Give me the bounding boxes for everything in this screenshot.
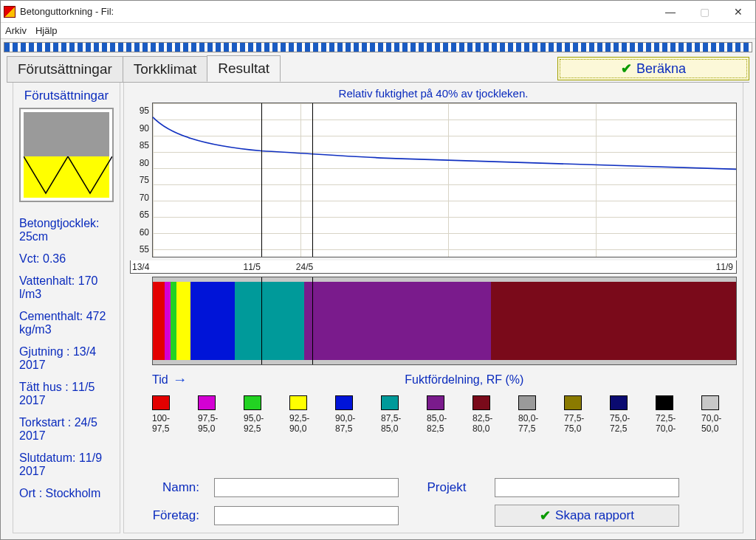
y-axis: 95 90 85 80 75 70 65 60 55 bbox=[130, 103, 152, 257]
sidebar: Förutsättningar Betongtjocklek: 25cm Vct… bbox=[13, 83, 120, 533]
plot-area bbox=[152, 103, 737, 257]
ytick: 75 bbox=[130, 175, 149, 185]
legend-item: 80,0-77,5 bbox=[518, 395, 554, 434]
legend-label: 77,5 bbox=[518, 423, 535, 434]
tab-resultat[interactable]: Resultat bbox=[207, 55, 281, 82]
legend-label: 85,0- bbox=[427, 413, 447, 423]
check-icon: ✔ bbox=[540, 508, 551, 524]
line-chart: 95 90 85 80 75 70 65 60 55 bbox=[130, 103, 737, 257]
legend-label: 72,5- bbox=[656, 413, 676, 423]
fuktfordelning-label: Fuktfördelning, RF (%) bbox=[192, 373, 737, 387]
legend-item: 90,0-87,5 bbox=[335, 395, 371, 434]
minimize-button[interactable]: — bbox=[653, 1, 687, 23]
xtick: 24/5 bbox=[296, 262, 313, 272]
menu-arkiv[interactable]: Arkiv bbox=[5, 25, 27, 36]
val-torkstart: Torkstart : 24/5 2017 bbox=[19, 416, 114, 443]
val-gjutning: Gjutning : 13/4 2017 bbox=[19, 345, 114, 372]
close-button[interactable]: ✕ bbox=[721, 1, 755, 23]
legend-label: 75,0 bbox=[564, 423, 581, 434]
legend-swatch bbox=[472, 395, 490, 410]
projekt-label: Projekt bbox=[413, 480, 480, 495]
tid-row: Tid → Fuktfördelning, RF (%) bbox=[152, 371, 737, 388]
legend-item: 77,5-75,0 bbox=[564, 395, 599, 434]
sidebar-title: Förutsättningar bbox=[19, 89, 114, 103]
foretag-input[interactable] bbox=[214, 506, 399, 525]
main-panel: Relativ fuktighet på 40% av tjockleken. … bbox=[123, 83, 743, 533]
legend-label: 95,0 bbox=[198, 423, 215, 434]
menu-hjalp[interactable]: Hjälp bbox=[35, 25, 58, 36]
ytick: 90 bbox=[130, 123, 149, 134]
legend-label: 77,5- bbox=[564, 413, 584, 423]
preview-thumb bbox=[19, 108, 114, 202]
app-icon bbox=[4, 6, 16, 18]
band-marker-1 bbox=[261, 277, 262, 364]
val-vct: Vct: 0.36 bbox=[19, 252, 114, 266]
legend-swatch bbox=[198, 395, 216, 410]
legend-item: 87,5-85,0 bbox=[381, 395, 416, 434]
tabs: Förutsättningar Torkklimat Resultat bbox=[7, 55, 557, 82]
legend-item: 75,0-72,5 bbox=[610, 395, 645, 434]
tid-label: Tid bbox=[152, 373, 168, 387]
legend-label: 90,0- bbox=[335, 413, 355, 423]
titlebar: Betonguttorkning - Fil: — ▢ ✕ bbox=[1, 1, 755, 23]
tab-forutsattningar[interactable]: Förutsättningar bbox=[7, 56, 123, 82]
berakna-button[interactable]: ✔ Beräkna bbox=[557, 57, 749, 80]
x-axis: 13/4 11/5 24/5 11/9 bbox=[130, 260, 737, 274]
legend-label: 82,5 bbox=[427, 423, 444, 434]
tab-torkklimat[interactable]: Torkklimat bbox=[123, 56, 208, 82]
xtick: 13/4 bbox=[132, 262, 149, 272]
legend-label: 70,0- bbox=[701, 413, 721, 423]
decor-strip bbox=[4, 42, 752, 52]
skapa-rapport-button[interactable]: ✔ Skapa rapport bbox=[495, 505, 679, 527]
legend-swatch bbox=[518, 395, 536, 410]
arrow-right-icon: → bbox=[173, 371, 188, 388]
xtick: 11/9 bbox=[716, 262, 733, 272]
legend-label: 82,5- bbox=[472, 413, 492, 423]
maximize-button[interactable]: ▢ bbox=[687, 1, 721, 23]
val-vattenhalt: Vattenhalt: 170 l/m3 bbox=[19, 274, 114, 301]
legend-swatch bbox=[152, 395, 170, 410]
val-cementhalt: Cementhalt: 472 kg/m3 bbox=[19, 310, 114, 336]
legend-swatch bbox=[335, 395, 353, 410]
skapa-rapport-label: Skapa rapport bbox=[555, 508, 634, 523]
legend-label: 75,0- bbox=[610, 413, 630, 423]
legend-label: 95,0- bbox=[244, 413, 264, 423]
chart-title: Relativ fuktighet på 40% av tjockleken. bbox=[130, 87, 737, 100]
val-ort: Ort : Stockholm bbox=[19, 487, 114, 500]
legend-label: 97,5 bbox=[152, 423, 169, 434]
ytick: 70 bbox=[130, 193, 149, 203]
ytick: 95 bbox=[130, 105, 149, 116]
legend-item: 100-97,5 bbox=[152, 395, 188, 434]
projekt-input[interactable] bbox=[495, 478, 679, 497]
ytick: 60 bbox=[130, 227, 149, 238]
legend-label: 72,5 bbox=[610, 423, 627, 434]
band-marker-2 bbox=[312, 277, 313, 364]
namn-label: Namn: bbox=[133, 480, 199, 495]
legend-swatch bbox=[656, 395, 673, 410]
legend-label: 70,0- bbox=[656, 423, 676, 434]
ytick: 65 bbox=[130, 210, 149, 220]
legend-swatch bbox=[289, 395, 307, 410]
legend-swatch bbox=[381, 395, 399, 410]
legend-label: 92,5 bbox=[244, 423, 261, 434]
legend-item: 97,5-95,0 bbox=[198, 395, 233, 434]
xtick: 11/5 bbox=[244, 262, 261, 272]
legend-swatch bbox=[244, 395, 261, 410]
body: Förutsättningar Betongtjocklek: 25cm Vct… bbox=[7, 82, 749, 539]
ytick: 85 bbox=[130, 140, 149, 150]
app-window: Betonguttorkning - Fil: — ▢ ✕ Arkiv Hjäl… bbox=[0, 0, 756, 540]
namn-input[interactable] bbox=[214, 478, 399, 497]
legend-swatch bbox=[701, 395, 719, 410]
berakna-label: Beräkna bbox=[636, 61, 686, 77]
ytick: 80 bbox=[130, 158, 149, 168]
ytick: 55 bbox=[130, 244, 149, 255]
legend-item: 72,5-70,0- bbox=[656, 395, 691, 434]
val-betongtjocklek: Betongtjocklek: 25cm bbox=[19, 217, 114, 243]
menubar: Arkiv Hjälp bbox=[1, 23, 755, 39]
legend-swatch bbox=[427, 395, 444, 410]
legend-item: 70,0-50,0 bbox=[701, 395, 737, 434]
legend-label: 85,0 bbox=[381, 423, 398, 434]
legend-item: 92,5-90,0 bbox=[289, 395, 325, 434]
legend-label: 92,5- bbox=[289, 413, 309, 423]
marker-1 bbox=[261, 103, 262, 257]
